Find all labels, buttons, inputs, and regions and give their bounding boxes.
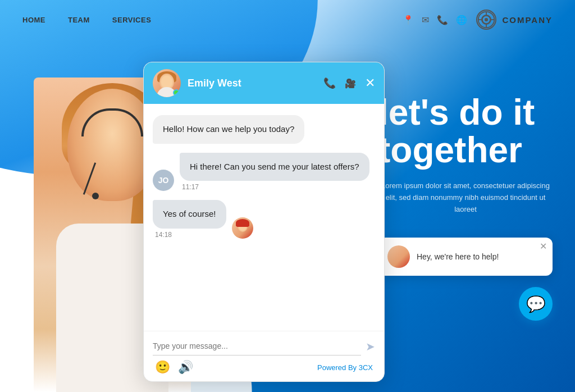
close-button[interactable]: ✕: [365, 76, 375, 90]
footer-icons: 🙂 🔊: [155, 360, 193, 375]
agent-avatar: [153, 69, 181, 97]
chat-input-area: ➤ 🙂 🔊 Powered By 3CX: [144, 331, 384, 381]
bubble-received-1: Hello! How can we help you today?: [153, 115, 304, 144]
emoji-icon[interactable]: 🙂: [155, 360, 170, 375]
chat-footer-bar: 🙂 🔊 Powered By 3CX: [153, 355, 375, 378]
popup-text: Hey, we're here to help!: [417, 252, 499, 261]
chat-header: Emily West 📞 🎥 ✕: [144, 62, 384, 104]
svg-point-1: [482, 16, 490, 24]
bubble-agent-1: Yes of course!: [153, 200, 226, 229]
popup-avatar: [387, 245, 410, 268]
chat-input-row: ➤: [153, 337, 375, 355]
audio-icon[interactable]: 🔊: [178, 360, 193, 375]
hero-title-line1: let's do it: [378, 92, 535, 133]
message-agent-1: Yes of course! 14:18: [153, 200, 375, 239]
nav-icons: 📍 ✉ 📞 🌐: [403, 15, 467, 25]
company-name: COMPANY: [502, 15, 553, 25]
popup-close-button[interactable]: ✕: [540, 241, 547, 252]
hero-title: let's do it together: [378, 94, 553, 169]
mic-tip: [92, 193, 99, 199]
send-icon[interactable]: ➤: [366, 340, 375, 353]
nav-services[interactable]: SERVICES: [112, 16, 152, 24]
globe-icon[interactable]: 🌐: [456, 15, 467, 25]
call-icon[interactable]: 📞: [323, 77, 336, 89]
agent-avatar-small: [232, 217, 253, 239]
svg-point-2: [485, 18, 488, 21]
company-logo: [476, 10, 496, 30]
navbar: HOME TEAM SERVICES 📍 ✉ 📞 🌐 CO: [0, 0, 575, 39]
chat-messages: Hello! How can we help you today? JO Hi …: [144, 104, 384, 331]
chat-fab-icon: 💬: [526, 295, 546, 313]
phone-icon[interactable]: 📞: [437, 15, 448, 25]
msg-time-1: 11:17: [182, 183, 369, 191]
bubble-sent-1: Hi there! Can you send me your latest of…: [180, 153, 369, 181]
sender-initials: JO: [153, 170, 174, 191]
online-indicator: [173, 89, 180, 96]
message-input[interactable]: [153, 337, 361, 355]
powered-by: Powered By 3CX: [317, 363, 373, 372]
msg-time-2: 14:18: [155, 231, 226, 239]
live-chat-popup: Hey, we're here to help! ✕: [378, 238, 553, 276]
agent-name: Emily West: [188, 78, 317, 89]
location-icon[interactable]: 📍: [403, 15, 414, 25]
nav-team[interactable]: TEAM: [68, 16, 90, 24]
hero-subtitle: Lorem ipsum dolor sit amet, consectetuer…: [378, 180, 553, 215]
agent-content: Yes of course! 14:18: [153, 200, 226, 239]
chat-fab-button[interactable]: 💬: [519, 287, 553, 321]
message-sent-1: JO Hi there! Can you send me your latest…: [153, 153, 375, 192]
company-brand: COMPANY: [476, 10, 553, 30]
email-icon[interactable]: ✉: [422, 15, 429, 25]
nav-home[interactable]: HOME: [22, 16, 45, 24]
sent-content: Hi there! Can you send me your latest of…: [180, 153, 369, 192]
nav-links: HOME TEAM SERVICES: [22, 16, 151, 24]
message-received-1: Hello! How can we help you today?: [153, 115, 375, 144]
hero-title-line2: together: [378, 130, 522, 170]
video-icon[interactable]: 🎥: [345, 78, 356, 89]
chat-window: Emily West 📞 🎥 ✕ Hello! How can we help …: [143, 62, 385, 382]
chat-header-actions: 📞 🎥 ✕: [323, 76, 375, 90]
right-content: let's do it together Lorem ipsum dolor s…: [362, 0, 575, 392]
nav-right: 📍 ✉ 📞 🌐 COMPANY: [403, 10, 553, 30]
